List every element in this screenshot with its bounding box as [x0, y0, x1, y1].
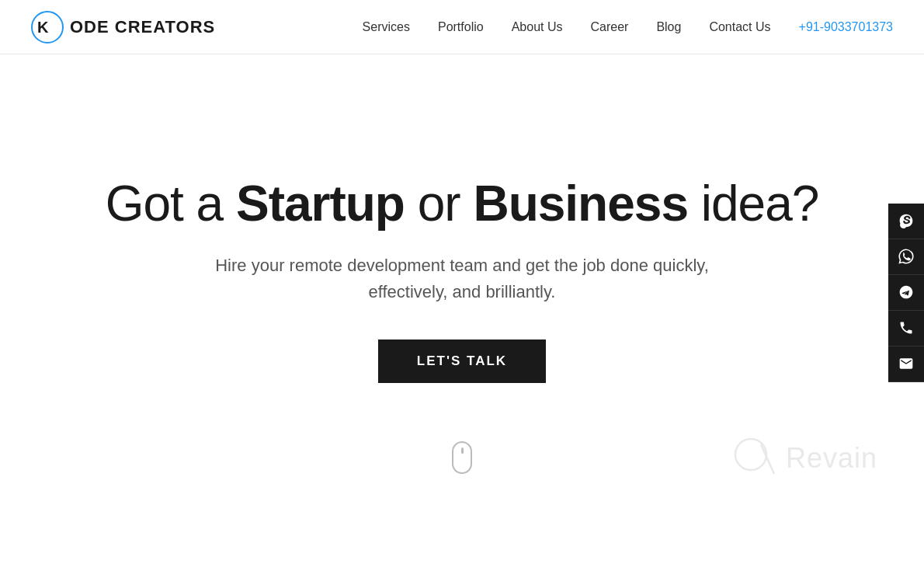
skype-icon: [898, 213, 914, 228]
social-whatsapp[interactable]: [888, 239, 924, 275]
social-telegram[interactable]: [888, 275, 924, 311]
headline-bold2: Business: [473, 176, 688, 232]
headline-bold1: Startup: [236, 176, 405, 232]
svg-text:K: K: [37, 19, 49, 36]
revain-icon: [731, 435, 778, 482]
headline-part3: idea?: [688, 176, 818, 232]
scroll-indicator: [452, 441, 472, 474]
email-icon: [898, 356, 914, 371]
logo[interactable]: K ODE CREATORS: [31, 11, 215, 44]
hero-headline: Got a Startup or Business idea?: [106, 176, 819, 231]
social-skype[interactable]: [888, 204, 924, 239]
svg-line-3: [761, 444, 774, 474]
whatsapp-icon: [898, 249, 914, 264]
revain-watermark: Revain: [731, 435, 877, 482]
telegram-icon: [898, 284, 914, 300]
nav-career[interactable]: Career: [590, 20, 628, 34]
cta-button[interactable]: LET'S TALK: [378, 340, 546, 383]
social-sidebar: [888, 204, 924, 382]
headline-part2: or: [405, 176, 473, 232]
nav-services[interactable]: Services: [363, 20, 410, 34]
hero-subtext: Hire your remote development team and ge…: [206, 252, 718, 305]
nav-about[interactable]: About Us: [512, 20, 563, 34]
headline-part1: Got a: [106, 176, 236, 232]
hero-section: Got a Startup or Business idea? Hire you…: [0, 54, 924, 489]
revain-text: Revain: [786, 442, 877, 475]
nav-portfolio[interactable]: Portfolio: [438, 20, 484, 34]
nav-contact[interactable]: Contact Us: [709, 20, 770, 34]
mouse-dot: [461, 447, 464, 454]
logo-text: ODE CREATORS: [70, 17, 215, 37]
nav-phone[interactable]: +91-9033701373: [799, 20, 893, 34]
nav-blog[interactable]: Blog: [656, 20, 681, 34]
phone-icon: [898, 320, 914, 336]
header: K ODE CREATORS Services Portfolio About …: [0, 0, 924, 54]
social-phone[interactable]: [888, 311, 924, 346]
mouse-icon: [452, 441, 472, 474]
svg-point-2: [735, 439, 766, 470]
logo-icon: K: [31, 11, 64, 44]
social-email[interactable]: [888, 346, 924, 382]
main-nav: Services Portfolio About Us Career Blog …: [363, 20, 893, 34]
